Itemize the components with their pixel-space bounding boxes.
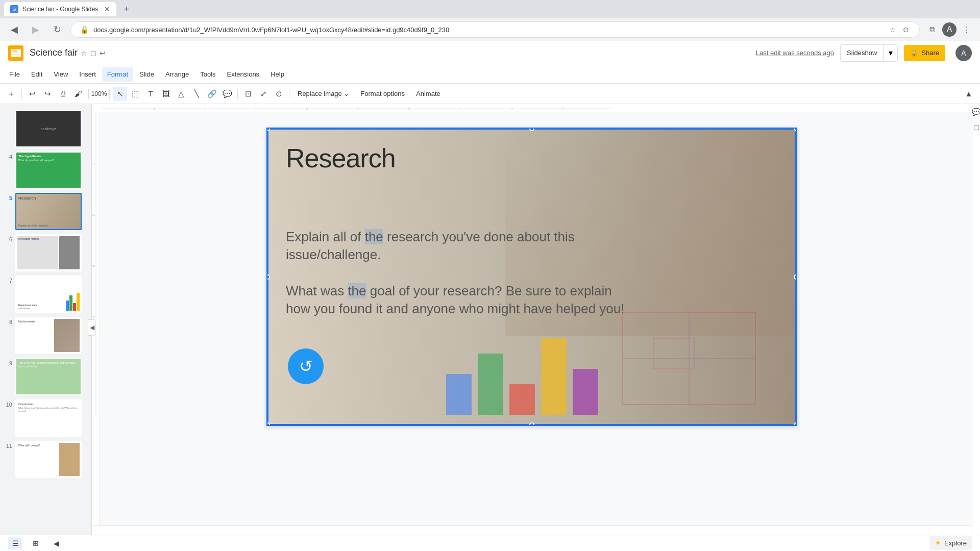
slide-thumb-4[interactable]: 4 The hypothesis What do you think will … [0,149,91,191]
slideshow-dropdown-button[interactable]: ▾ [883,45,897,61]
svg-text:3: 3 [255,107,258,111]
bookmark-icon[interactable]: ☆ [888,24,898,35]
ruler-top: 1 2 3 4 5 6 7 8 9 [92,104,972,112]
move-button[interactable]: ⤢ [256,87,271,101]
cursor-button[interactable]: ↖ [113,87,127,101]
explore-button[interactable]: ✦ Explore [929,536,972,550]
replace-image-label: Replace image ⌄ [298,90,349,97]
text-button[interactable]: T [143,87,158,101]
animate-button[interactable]: Animate [411,87,446,101]
svg-text:5: 5 [357,107,360,111]
slide-title[interactable]: Research [286,143,396,173]
svg-rect-4 [12,54,20,54]
tab-close-button[interactable]: ✕ [104,5,110,13]
address-input[interactable]: 🔒 docs.google.com/presentation/d/1u2_WfP… [70,21,920,38]
collapse-panel-button[interactable]: ◀ [49,537,63,549]
slide-thumbnail-8: My discoveries [15,317,82,354]
slide-body[interactable]: Explain all of the research you've done … [286,228,633,318]
zoom-out-button[interactable]: 100% [92,87,106,101]
slide-thumb-9[interactable]: 9 This is the most important takeaway th… [0,356,91,397]
right-panel-chat-icon[interactable]: 💬 [973,108,980,115]
menu-extensions[interactable]: Extensions [222,67,265,82]
refresh-button[interactable]: ↻ [49,21,65,38]
account-icon[interactable]: A [942,22,957,37]
profile-icon[interactable]: ⊙ [901,24,911,35]
back-button[interactable]: ◀ [6,21,22,38]
menu-view[interactable]: View [48,67,73,82]
resize-handle-mr[interactable] [794,274,797,280]
slide-thumbnail-7: Experiment data data content [15,276,82,313]
shape-select-button[interactable]: ⬚ [128,87,142,101]
replace-image-button[interactable]: Replace image ⌄ [292,87,354,101]
slideshow-main-button[interactable]: Slideshow [841,45,883,61]
slide-thumb-11[interactable]: 11 What will I do next? [0,439,91,480]
paint-format-button[interactable]: 🖌 [71,87,85,101]
drive-icon[interactable]: ◻ [90,49,96,57]
extensions-icon[interactable]: ⧉ [925,22,939,37]
slide-canvas[interactable]: Research Explain all of the research you… [266,128,797,426]
redo-button[interactable]: ↪ [40,87,55,101]
menu-insert[interactable]: Insert [74,67,101,82]
new-tab-button[interactable]: + [120,3,133,15]
forward-button[interactable]: ▶ [28,21,44,38]
undo-button[interactable]: ↩ [25,87,39,101]
line-button[interactable]: ╲ [189,87,204,101]
menu-arrange[interactable]: Arrange [160,67,194,82]
account-avatar[interactable]: A [955,45,972,61]
accessibility-button[interactable]: ⊙ [272,87,286,101]
explore-label: Explore [944,539,967,547]
print-button[interactable]: ⎙ [56,87,70,101]
resize-handle-ml[interactable] [266,274,270,280]
browser-tab-bar: G Science fair - Google Slides ✕ + [0,0,980,18]
slide-thumb-4-partial[interactable]: challenge [0,108,91,149]
resize-handle-bm[interactable] [529,422,534,426]
slide-thumb-6[interactable]: 6 My testing method [0,232,91,273]
slide-canvas-wrap: 1 2 3 4 [92,112,972,525]
svg-text:2: 2 [204,107,207,111]
history-icon[interactable]: ↩ [100,49,106,57]
star-icon[interactable]: ☆ [81,49,87,57]
link-button[interactable]: 🔗 [205,87,219,101]
svg-text:9: 9 [561,107,564,111]
menu-format[interactable]: Format [102,67,133,82]
resize-handle-bl[interactable] [266,422,270,426]
menu-tools[interactable]: Tools [195,67,220,82]
toolbar-collapse-button[interactable]: ▲ [962,87,976,101]
resize-handle-tr[interactable] [794,128,797,131]
list-view-button[interactable]: ☰ [8,537,22,549]
menu-help[interactable]: Help [265,67,289,82]
slide-thumbnail-5: Research Explain all of the research... [15,193,82,230]
tab-title: Science fair - Google Slides [22,6,98,13]
active-tab[interactable]: G Science fair - Google Slides ✕ [4,2,116,16]
slide-thumb-8[interactable]: 8 My discoveries [0,315,91,356]
svg-rect-23 [653,338,694,369]
add-button[interactable]: + [4,87,18,101]
shapes-button[interactable]: △ [174,87,188,101]
slideshow-button-group: Slideshow ▾ [840,44,898,62]
slide-thumb-5[interactable]: 5 Research Explain all of the research..… [0,191,91,232]
last-saved-text[interactable]: Last edit was seconds ago [756,49,834,57]
svg-text:1: 1 [92,163,96,165]
browser-menu-icon[interactable]: ⋮ [960,22,974,37]
canvas-area: 1 2 3 4 5 6 7 8 9 1 2 3 4 [92,104,972,551]
alignment-button[interactable]: ⊡ [241,87,255,101]
slide-thumb-7[interactable]: 7 Experiment data data content [0,273,91,315]
menu-edit[interactable]: Edit [26,67,47,82]
svg-text:4: 4 [92,316,96,318]
menu-file[interactable]: File [4,67,25,82]
right-panel-comments-icon[interactable]: ◻ [973,123,980,131]
resize-handle-br[interactable] [794,422,797,426]
lock-icon: 🔒 [79,24,89,35]
share-button[interactable]: 🔒 Share [904,45,945,61]
comment-button[interactable]: 💬 [220,87,234,101]
svg-text:1: 1 [153,107,156,111]
panel-collapse-arrow[interactable]: ◀ [88,319,96,336]
menu-slide[interactable]: Slide [134,67,159,82]
slide-thumb-10[interactable]: 10 Conclusion What did you learn? What w… [0,397,91,439]
main-layout: challenge 4 The hypothesis What do you t… [0,104,980,551]
format-options-button[interactable]: Format options [355,87,410,101]
grid-view-button[interactable]: ⊞ [29,537,43,549]
slide-icon-circle: ↺ [288,348,324,384]
image-button[interactable]: 🖼 [159,87,173,101]
slide-thumbnail-partial: challenge [15,110,82,147]
